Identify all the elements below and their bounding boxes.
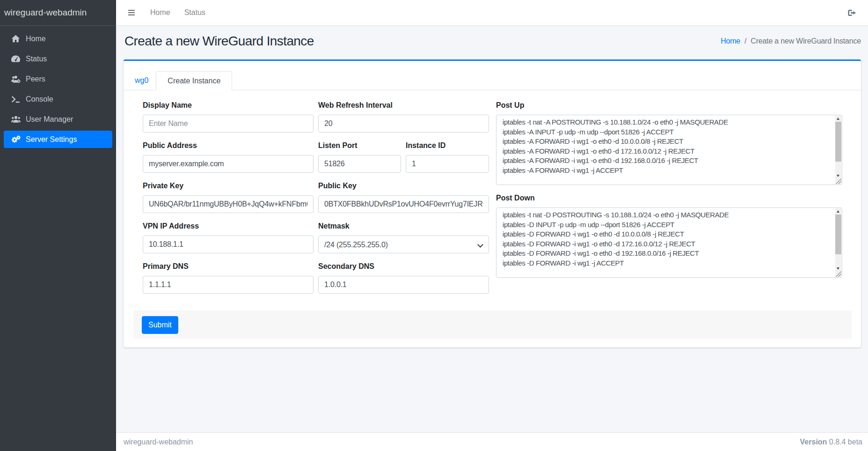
content-area: wg0 Create Instance Display Name Web Ref… xyxy=(116,49,868,347)
hamburger-icon xyxy=(128,10,135,15)
sidebar-item-label: Home xyxy=(26,35,46,43)
users-gear-icon xyxy=(9,75,22,83)
content-wrapper: Create a new WireGuard Instance Home/Cre… xyxy=(116,26,868,432)
netmask-label: Netmask xyxy=(318,221,489,232)
sidebar-item-label: Server Settings xyxy=(26,135,77,144)
terminal-icon xyxy=(9,96,22,103)
post-up-text: iptables -t nat -A POSTROUTING -s 10.188… xyxy=(496,115,842,175)
tab-wg0[interactable]: wg0 xyxy=(127,71,156,90)
secondary-dns-label: Secondary DNS xyxy=(318,261,489,272)
listen-port-label: Listen Port xyxy=(318,140,401,151)
users-icon xyxy=(9,116,22,123)
top-navbar: Home Status xyxy=(116,0,868,26)
sidebar-item-label: User Manager xyxy=(26,115,73,124)
display-name-label: Display Name xyxy=(143,100,314,111)
home-icon xyxy=(9,35,22,43)
resize-handle-icon[interactable] xyxy=(835,178,841,184)
post-down-label: Post Down xyxy=(496,192,842,204)
scroll-up-arrow-icon[interactable] xyxy=(835,208,841,214)
secondary-dns-input[interactable] xyxy=(318,276,489,294)
main-footer: wireguard-webadmin Version 0.8.4 beta xyxy=(116,432,868,451)
sidebar-item-status[interactable]: Status xyxy=(4,50,112,67)
breadcrumb: Home/Create a new WireGuard Instance xyxy=(721,37,861,45)
card-bottom-padding xyxy=(133,339,852,347)
sign-out-icon xyxy=(847,9,856,16)
public-address-input[interactable] xyxy=(143,155,314,173)
instance-id-input[interactable] xyxy=(406,155,489,173)
instance-tabs: wg0 Create Instance xyxy=(124,61,861,90)
sidebar-item-label: Console xyxy=(26,95,53,104)
card-body: Display Name Web Refresh Interval Public… xyxy=(124,90,861,347)
public-key-label: Public Key xyxy=(318,180,489,192)
gears-icon xyxy=(9,135,22,144)
sidebar-nav: Home Status Peers Console User Manager S… xyxy=(0,26,116,148)
primary-dns-input[interactable] xyxy=(143,276,314,294)
brand-title: wireguard-webadmin xyxy=(4,7,87,18)
public-address-label: Public Address xyxy=(143,140,314,151)
sidebar-item-label: Peers xyxy=(26,75,45,83)
tachometer-icon xyxy=(9,55,22,62)
card-footer: Submit xyxy=(133,311,852,339)
listen-port-input[interactable] xyxy=(318,155,401,173)
scroll-up-arrow-icon[interactable] xyxy=(835,116,841,122)
private-key-label: Private Key xyxy=(143,180,314,192)
logout-button[interactable] xyxy=(847,9,856,16)
vpn-ip-address-input[interactable] xyxy=(143,236,314,253)
primary-dns-label: Primary DNS xyxy=(143,261,314,272)
sidebar-item-console[interactable]: Console xyxy=(4,90,112,108)
breadcrumb-current: Create a new WireGuard Instance xyxy=(751,37,861,45)
footer-app-name: wireguard-webadmin xyxy=(124,438,193,446)
sidebar-item-user-manager[interactable]: User Manager xyxy=(4,111,112,128)
scrollbar-thumb[interactable] xyxy=(835,122,841,162)
post-down-text: iptables -t nat -D POSTROUTING -s 10.188… xyxy=(496,208,842,268)
resize-handle-icon[interactable] xyxy=(835,271,841,277)
breadcrumb-separator: / xyxy=(744,37,746,45)
footer-version: Version 0.8.4 beta xyxy=(800,438,862,446)
post-down-scrollbar[interactable] xyxy=(835,208,841,272)
form: Display Name Web Refresh Interval Public… xyxy=(133,100,852,301)
post-up-textarea[interactable]: iptables -t nat -A POSTROUTING -s 10.188… xyxy=(496,115,842,185)
vpn-ip-address-label: VPN IP Address xyxy=(143,221,314,232)
display-name-input[interactable] xyxy=(143,115,314,133)
page-title: Create a new WireGuard Instance xyxy=(124,33,314,49)
tab-create-instance[interactable]: Create Instance xyxy=(156,71,232,90)
breadcrumb-home-link[interactable]: Home xyxy=(721,37,740,45)
submit-button[interactable]: Submit xyxy=(142,316,178,334)
topnav-link-status[interactable]: Status xyxy=(177,8,212,17)
public-key-input[interactable] xyxy=(318,195,489,213)
private-key-input[interactable] xyxy=(143,195,314,213)
topnav-link-home[interactable]: Home xyxy=(143,8,177,17)
card: wg0 Create Instance Display Name Web Ref… xyxy=(124,59,861,347)
sidebar-item-label: Status xyxy=(26,55,47,63)
web-refresh-interval-input[interactable] xyxy=(318,115,489,133)
brand[interactable]: wireguard-webadmin xyxy=(0,0,116,26)
netmask-select[interactable]: /24 (255.255.255.0) xyxy=(318,236,489,253)
content-header: Create a new WireGuard Instance Home/Cre… xyxy=(116,26,868,49)
sidebar-item-peers[interactable]: Peers xyxy=(4,70,112,88)
instance-id-label: Instance ID xyxy=(406,140,489,151)
menu-toggle-button[interactable] xyxy=(120,10,143,15)
post-down-textarea[interactable]: iptables -t nat -D POSTROUTING -s 10.188… xyxy=(496,207,842,278)
sidebar-item-home[interactable]: Home xyxy=(4,30,112,47)
sidebar-item-server-settings[interactable]: Server Settings xyxy=(4,131,112,148)
post-up-scrollbar[interactable] xyxy=(835,116,841,179)
scrollbar-thumb[interactable] xyxy=(835,214,841,254)
sidebar: wireguard-webadmin Home Status Peers Con… xyxy=(0,0,116,451)
web-refresh-interval-label: Web Refresh Interval xyxy=(318,100,489,111)
post-up-label: Post Up xyxy=(496,100,842,111)
